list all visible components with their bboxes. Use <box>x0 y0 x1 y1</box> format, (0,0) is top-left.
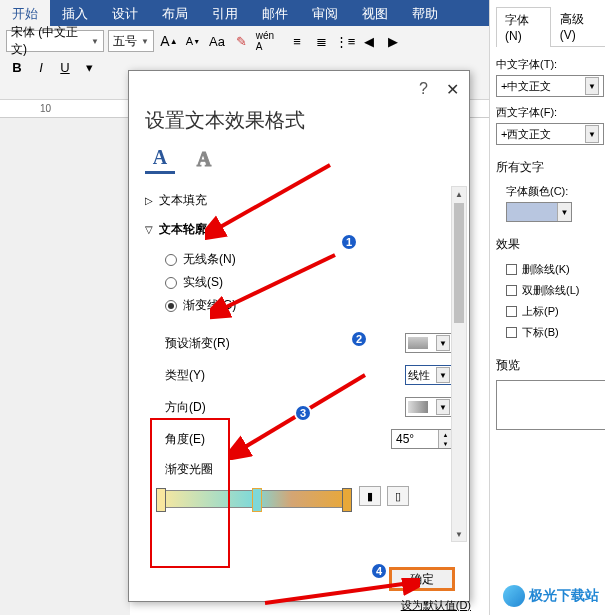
decrease-font-icon[interactable]: A▼ <box>182 30 204 52</box>
dialog-help-button[interactable]: ? <box>419 80 428 98</box>
angle-label: 角度(E) <box>165 431 205 448</box>
preview-label: 预览 <box>496 357 605 374</box>
char-border-icon[interactable]: wénA <box>254 30 276 52</box>
gradient-stop[interactable] <box>342 488 352 512</box>
text-fill-section[interactable]: ▷文本填充 <box>145 186 463 215</box>
watermark: 极光下载站 <box>503 585 599 607</box>
document-area <box>0 118 130 615</box>
decrease-indent-icon[interactable]: ◀ <box>358 30 380 52</box>
double-strike-checkbox[interactable]: 双删除线(L) <box>496 280 605 301</box>
en-font-label: 西文字体(F): <box>496 105 605 120</box>
tab-view[interactable]: 视图 <box>350 0 400 26</box>
direction-combo[interactable]: ▼ <box>405 397 453 417</box>
more-icon[interactable]: ▾ <box>78 56 100 78</box>
gradient-stops-label: 渐变光圈 <box>165 461 213 478</box>
scroll-up-icon[interactable]: ▲ <box>452 187 466 201</box>
preview-box <box>496 380 605 430</box>
dialog-scrollbar[interactable]: ▲ ▼ <box>451 186 467 542</box>
change-case-icon[interactable]: Aa <box>206 30 228 52</box>
preset-gradient-combo[interactable]: ▼ <box>405 333 453 353</box>
angle-spinner[interactable]: 45°▲▼ <box>391 429 453 449</box>
numbering-icon[interactable]: ≣ <box>310 30 332 52</box>
font-panel: 字体(N) 高级(V) 中文字体(T): +中文正文▼ 西文字体(F): +西文… <box>489 0 611 615</box>
dialog-close-button[interactable]: ✕ <box>446 80 459 99</box>
en-font-combo[interactable]: +西文正文▼ <box>496 123 604 145</box>
advanced-tab[interactable]: 高级(V) <box>551 6 605 46</box>
annotation-badge-2: 2 <box>350 330 368 348</box>
type-label: 类型(Y) <box>165 367 205 384</box>
dialog-title: 设置文本效果格式 <box>129 107 469 144</box>
font-color-label: 字体颜色(C): <box>506 184 605 199</box>
font-color-combo[interactable]: ▼ <box>506 202 572 222</box>
superscript-checkbox[interactable]: 上标(P) <box>496 301 605 322</box>
annotation-badge-4: 4 <box>370 562 388 580</box>
scroll-thumb[interactable] <box>454 203 464 323</box>
radio-icon <box>165 277 177 289</box>
text-outline-section[interactable]: ▽文本轮廓 <box>145 215 463 244</box>
set-default-link[interactable]: 设为默认值(D) <box>401 598 471 613</box>
radio-gradient-line[interactable]: 渐变线(G) <box>165 294 463 317</box>
type-combo[interactable]: 线性▼ <box>405 365 453 385</box>
bold-button[interactable]: B <box>6 56 28 78</box>
scroll-down-icon[interactable]: ▼ <box>452 527 466 541</box>
all-text-label: 所有文字 <box>496 159 605 176</box>
cn-font-combo[interactable]: +中文正文▼ <box>496 75 604 97</box>
italic-button[interactable]: I <box>30 56 52 78</box>
underline-button[interactable]: U <box>54 56 76 78</box>
gradient-stop[interactable] <box>252 488 262 512</box>
radio-solid-line[interactable]: 实线(S) <box>165 271 463 294</box>
tab-references[interactable]: 引用 <box>200 0 250 26</box>
effects-label: 效果 <box>496 236 605 253</box>
add-stop-button[interactable]: ▮ <box>359 486 381 506</box>
subscript-checkbox[interactable]: 下标(B) <box>496 322 605 343</box>
direction-label: 方向(D) <box>165 399 206 416</box>
cn-font-label: 中文字体(T): <box>496 57 605 72</box>
radio-icon <box>165 254 177 266</box>
ok-button[interactable]: 确定 <box>389 567 455 591</box>
text-fill-icon[interactable]: A <box>145 144 175 174</box>
phonetic-icon[interactable]: ✎ <box>230 30 252 52</box>
font-size-combo[interactable]: 五号▼ <box>108 30 154 52</box>
increase-font-icon[interactable]: A▲ <box>158 30 180 52</box>
radio-no-line[interactable]: 无线条(N) <box>165 248 463 271</box>
font-family-combo[interactable]: 宋体 (中文正文)▼ <box>6 30 104 52</box>
multilevel-icon[interactable]: ⋮≡ <box>334 30 356 52</box>
tab-mailings[interactable]: 邮件 <box>250 0 300 26</box>
tab-layout[interactable]: 布局 <box>150 0 200 26</box>
radio-icon <box>165 300 177 312</box>
annotation-badge-1: 1 <box>340 233 358 251</box>
text-effects-dialog: ? ✕ 设置文本效果格式 A A ▷文本填充 ▽文本轮廓 无线条(N) 实线(S… <box>128 70 470 602</box>
annotation-badge-3: 3 <box>294 404 312 422</box>
tab-insert[interactable]: 插入 <box>50 0 100 26</box>
gradient-slider[interactable] <box>159 490 349 508</box>
tab-help[interactable]: 帮助 <box>400 0 450 26</box>
font-tab[interactable]: 字体(N) <box>496 7 551 47</box>
tab-review[interactable]: 审阅 <box>300 0 350 26</box>
watermark-icon <box>503 585 525 607</box>
strikethrough-checkbox[interactable]: 删除线(K) <box>496 259 605 280</box>
text-outline-icon[interactable]: A <box>189 144 219 174</box>
gradient-stop[interactable] <box>156 488 166 512</box>
increase-indent-icon[interactable]: ▶ <box>382 30 404 52</box>
preset-gradient-label: 预设渐变(R) <box>165 335 230 352</box>
tab-home[interactable]: 开始 <box>0 0 50 26</box>
bullets-icon[interactable]: ≡ <box>286 30 308 52</box>
tab-design[interactable]: 设计 <box>100 0 150 26</box>
remove-stop-button[interactable]: ▯ <box>387 486 409 506</box>
